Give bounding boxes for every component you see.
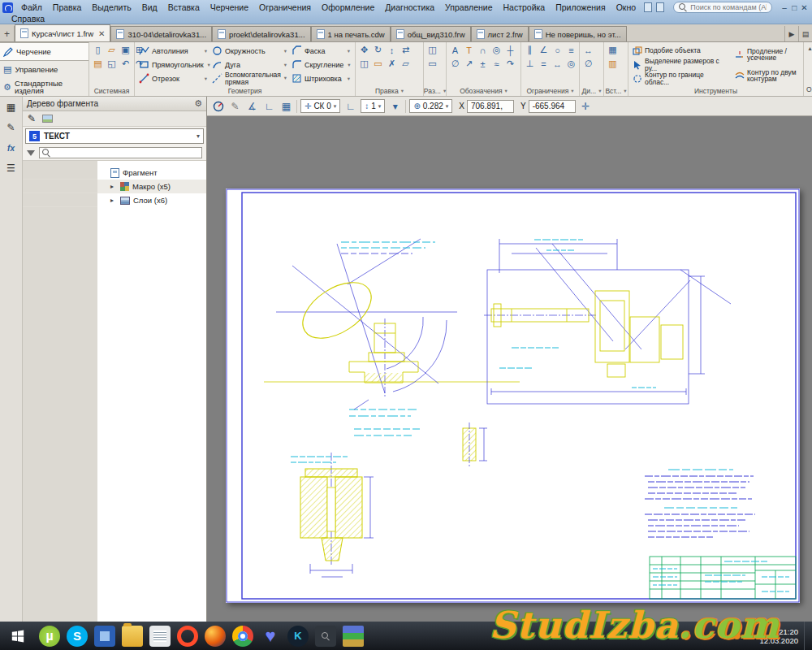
maximize-button[interactable]: □ bbox=[790, 2, 799, 13]
menu-edit[interactable]: Правка bbox=[48, 2, 86, 12]
trim-icon[interactable]: ✗ bbox=[386, 58, 398, 70]
image-icon[interactable] bbox=[42, 115, 53, 123]
tab-scroll-right-button[interactable]: ▶ bbox=[784, 26, 798, 41]
kompas-taskbar-icon[interactable]: K bbox=[287, 626, 309, 647]
print-preview-icon[interactable]: ◱ bbox=[106, 58, 118, 70]
drawing-canvas[interactable] bbox=[207, 116, 812, 622]
coincident-icon[interactable]: ≡ bbox=[565, 44, 577, 56]
linear-dimension-icon[interactable]: ↔ bbox=[582, 44, 594, 56]
expander-icon[interactable]: ▸ bbox=[110, 183, 117, 190]
ribbon-overflow-label[interactable]: О. bbox=[806, 85, 812, 93]
similar-object-button[interactable]: Подобие объекта bbox=[631, 44, 732, 58]
select-dimensions-button[interactable]: Выделение размеров с ру... bbox=[631, 58, 732, 72]
panel-tab-drawing[interactable]: Черчение bbox=[0, 42, 89, 61]
perpendicular-icon[interactable]: ⊥ bbox=[524, 58, 536, 70]
show-desktop-button[interactable] bbox=[804, 622, 809, 650]
horizontal-icon[interactable]: ↔ bbox=[551, 58, 564, 70]
scale-icon[interactable]: ↕ bbox=[386, 44, 398, 56]
menu-drawing[interactable]: Черчение bbox=[205, 2, 253, 12]
diameter-icon[interactable]: ∅ bbox=[449, 58, 461, 70]
search-app-icon[interactable] bbox=[315, 626, 336, 647]
centerline-icon[interactable]: ┼ bbox=[504, 44, 516, 56]
equal-icon[interactable]: = bbox=[538, 58, 550, 70]
chamfer-button[interactable]: Фаска▾ bbox=[290, 44, 352, 58]
blue-app-icon[interactable] bbox=[94, 626, 115, 647]
drawing-sheet[interactable] bbox=[226, 188, 800, 603]
ribbon-collapse-icon[interactable]: ▴ bbox=[808, 45, 811, 52]
group-label-notation[interactable]: Обозначения▾ bbox=[449, 86, 518, 96]
right-angle-icon[interactable]: ∟ bbox=[343, 99, 357, 113]
group-label-di[interactable]: Ди...▾ bbox=[582, 86, 601, 96]
grid-toggle-icon[interactable]: ▦ bbox=[279, 99, 293, 113]
tab-detalirovka-1[interactable]: 310-04\detalirovka31... bbox=[110, 26, 212, 41]
group-label-vst[interactable]: Вст...▾ bbox=[607, 86, 625, 96]
panel-tab-standard-parts[interactable]: ⚙ Стандартные изделия bbox=[0, 79, 89, 96]
menu-applications[interactable]: Приложения bbox=[551, 2, 610, 12]
panel-tab-management[interactable]: ▤ Управление bbox=[0, 61, 89, 78]
window-layout-icon-2[interactable] bbox=[656, 2, 664, 12]
menu-management[interactable]: Управление bbox=[440, 2, 497, 12]
edit-style-icon[interactable]: ✎ bbox=[28, 113, 36, 124]
split-curve-icon[interactable]: ◫ bbox=[426, 44, 438, 56]
current-style-dropdown[interactable]: 5 ТЕКСТ ▾ bbox=[25, 128, 204, 144]
rectangle-button[interactable]: Прямоугольник▾ bbox=[137, 58, 209, 72]
new-tab-button[interactable]: + bbox=[0, 26, 15, 41]
menu-view[interactable]: Вид bbox=[137, 2, 162, 12]
fillet-button[interactable]: Скругление▾ bbox=[290, 58, 352, 72]
tab-print-sheet[interactable]: 1 на печать.cdw bbox=[311, 26, 391, 41]
app-icon[interactable] bbox=[2, 2, 13, 13]
utorrent-icon[interactable]: µ bbox=[39, 626, 60, 647]
start-button[interactable] bbox=[3, 622, 32, 650]
more-options-icon[interactable]: ▾ bbox=[388, 99, 402, 113]
close-button[interactable]: ✕ bbox=[800, 2, 809, 13]
table-icon[interactable]: T bbox=[463, 44, 475, 56]
tab-list2[interactable]: лист 2.frw bbox=[471, 26, 529, 41]
command-search-input[interactable] bbox=[690, 3, 767, 11]
leader-icon[interactable]: ↗ bbox=[463, 58, 475, 70]
copy-icon[interactable]: ▭ bbox=[372, 58, 384, 70]
command-search[interactable] bbox=[673, 2, 772, 13]
menu-diagnostics[interactable]: Диагностика bbox=[380, 2, 439, 12]
text-icon[interactable]: A bbox=[449, 44, 461, 56]
menu-formatting[interactable]: Оформление bbox=[317, 2, 379, 12]
firefox-icon[interactable] bbox=[205, 626, 226, 647]
tree-item-macro[interactable]: ▸ Макро (x5) bbox=[23, 180, 206, 193]
tree-grid-icon[interactable]: ▦ bbox=[5, 101, 18, 114]
arc-button[interactable]: Дуга▾ bbox=[210, 58, 288, 72]
group-label-edit[interactable]: Правка▾ bbox=[358, 86, 421, 96]
angle-snap-icon[interactable]: ∡ bbox=[245, 99, 259, 113]
roughness-icon[interactable]: ≈ bbox=[490, 58, 503, 70]
coordinate-system-select[interactable]: ✛ СК 0 ▾ bbox=[300, 99, 340, 113]
tab-list-button[interactable]: ▤ bbox=[798, 26, 812, 41]
fix-icon[interactable]: ◎ bbox=[565, 58, 577, 70]
minimize-button[interactable]: – bbox=[780, 2, 788, 13]
insert-fragment-icon[interactable]: ▦ bbox=[607, 44, 619, 56]
menu-insert[interactable]: Вставка bbox=[163, 2, 205, 12]
layers-menu-icon[interactable]: ☰ bbox=[5, 162, 18, 175]
group-label-constraints[interactable]: Ограничения▾ bbox=[524, 86, 577, 96]
x-coordinate-field[interactable]: X 706.891, bbox=[459, 100, 514, 113]
shift-icon[interactable]: ⇄ bbox=[400, 44, 412, 56]
crosshair-icon[interactable]: ✛ bbox=[579, 99, 593, 113]
arc-note-icon[interactable]: ∩ bbox=[477, 44, 489, 56]
save-icon[interactable]: ▣ bbox=[119, 44, 132, 56]
tree-item-fragment[interactable]: Фрагмент bbox=[23, 166, 206, 180]
insert-picture-icon[interactable]: ▥ bbox=[607, 58, 619, 70]
chrome-icon[interactable] bbox=[232, 626, 253, 647]
mark-icon[interactable]: ↷ bbox=[504, 58, 516, 70]
menu-help[interactable]: Справка bbox=[6, 14, 50, 24]
autoline-button[interactable]: Автолиния▾ bbox=[137, 44, 209, 58]
datum-icon[interactable]: ◎ bbox=[490, 44, 503, 56]
menu-file[interactable]: Файл bbox=[16, 2, 47, 12]
skype-icon[interactable]: S bbox=[67, 626, 88, 647]
parallel-icon[interactable]: ∥ bbox=[524, 44, 536, 56]
heart-app-icon[interactable]: ♥ bbox=[260, 626, 281, 647]
tangent-icon[interactable]: ○ bbox=[551, 44, 564, 56]
tree-search-input[interactable] bbox=[39, 147, 202, 158]
fx-variables-icon[interactable]: fx bbox=[5, 141, 18, 154]
tab-kursach-list1[interactable]: Курсач\лист 1.frw ✕ bbox=[15, 24, 110, 41]
new-document-icon[interactable]: ▯ bbox=[92, 44, 104, 56]
zoom-select[interactable]: ⊕ 0.282 ▾ bbox=[409, 99, 452, 113]
segment-button[interactable]: Отрезок▾ bbox=[137, 72, 209, 85]
scale-select[interactable]: ↕ 1 ▾ bbox=[361, 99, 385, 113]
